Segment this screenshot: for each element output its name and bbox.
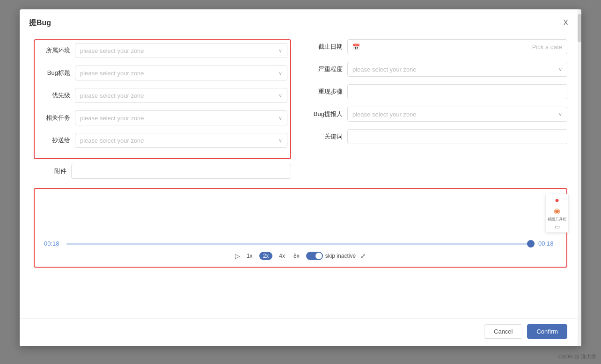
timeline-thumb[interactable]	[527, 240, 535, 248]
play-button[interactable]: ▷	[235, 252, 240, 260]
video-content: ● ◉ 截图工具栏 ▭ 00:18 00:18	[39, 194, 562, 262]
chevron-down-icon: ∨	[279, 93, 282, 99]
cancel-button[interactable]: Cancel	[484, 324, 522, 339]
confirm-button[interactable]: Confirm	[527, 324, 567, 339]
placeholder-env: please select your zone	[80, 47, 144, 54]
toggle-button[interactable]	[306, 252, 323, 260]
chevron-down-icon: ∨	[279, 138, 282, 144]
select-task[interactable]: please select your zone ∨	[75, 110, 287, 125]
placeholder-title: please select your zone	[80, 70, 144, 77]
right-column: 截止日期 📅 Pick a date 严重程度 please select yo…	[310, 39, 567, 183]
placeholder-reporter: please select your zone	[352, 111, 417, 118]
input-deadline[interactable]: 📅 Pick a date	[347, 39, 567, 54]
select-reporter[interactable]: please select your zone ∨	[347, 107, 567, 122]
placeholder-cc: please select your zone	[80, 137, 144, 144]
placeholder-priority: please select your zone	[80, 92, 144, 99]
placeholder-severity: please select your zone	[352, 66, 417, 73]
label-keyword: 关键词	[310, 132, 347, 141]
select-cc[interactable]: please select your zone ∨	[75, 133, 287, 148]
form-section: 所属环境 please select your zone ∨ Bug标题 ple…	[34, 39, 567, 183]
modal-title: 提Bug	[29, 18, 51, 28]
expand-button[interactable]: ⤢	[360, 252, 366, 260]
select-env[interactable]: please select your zone ∨	[75, 43, 287, 58]
skip-inactive-toggle[interactable]: skip inactive	[306, 252, 356, 260]
modal-footer: Cancel Confirm	[20, 318, 581, 346]
skip-label: skip inactive	[325, 253, 356, 259]
label-env: 所属环境	[37, 46, 75, 55]
placeholder-deadline: Pick a date	[532, 44, 562, 51]
widget-text: 截图工具栏	[548, 217, 566, 222]
scrollbar-thumb[interactable]	[578, 14, 581, 42]
input-reproduce[interactable]	[347, 84, 567, 99]
form-row-priority: 优先级 please select your zone ∨	[37, 88, 287, 103]
label-priority: 优先级	[37, 91, 75, 100]
toggle-knob	[315, 253, 322, 259]
stop-icon: ◉	[554, 206, 560, 215]
speed-2x-button[interactable]: 2x	[259, 252, 273, 260]
time-end: 00:18	[538, 240, 557, 247]
attachment-input[interactable]	[71, 164, 291, 179]
chevron-down-icon: ∨	[558, 111, 562, 117]
label-title: Bug标题	[37, 69, 75, 77]
form-row-reproduce: 重现步骤	[310, 84, 567, 99]
select-severity[interactable]: please select your zone ∨	[347, 62, 567, 77]
chevron-down-icon: ∨	[279, 115, 282, 121]
image-icon: ▭	[555, 224, 560, 230]
form-row-task: 相关任务 please select your zone ∨	[37, 110, 287, 125]
label-cc: 抄送给	[37, 136, 75, 145]
speed-1x-button[interactable]: 1x	[245, 252, 255, 260]
modal-overlay: 提Bug X 所属环境 please select your zone ∨	[0, 0, 601, 364]
form-row-severity: 严重程度 please select your zone ∨	[310, 62, 567, 77]
form-row-reporter: Bug提报人 please select your zone ∨	[310, 107, 567, 122]
label-deadline: 截止日期	[310, 43, 347, 51]
label-reporter: Bug提报人	[310, 110, 347, 118]
form-row-keyword: 关键词	[310, 129, 567, 144]
left-column: 所属环境 please select your zone ∨ Bug标题 ple…	[34, 39, 291, 183]
keyword-input[interactable]	[352, 133, 562, 140]
calendar-icon: 📅	[352, 44, 360, 51]
select-title[interactable]: please select your zone ∨	[75, 66, 287, 80]
video-section: ● ◉ 截图工具栏 ▭ 00:18 00:18	[34, 188, 567, 268]
modal-dialog: 提Bug X 所属环境 please select your zone ∨	[20, 9, 581, 346]
form-row-cc: 抄送给 please select your zone ∨	[37, 133, 287, 148]
form-row-title: Bug标题 please select your zone ∨	[37, 66, 287, 80]
timeline-progress	[66, 243, 535, 245]
video-placeholder	[39, 194, 562, 240]
label-severity: 严重程度	[310, 65, 347, 73]
speed-8x-button[interactable]: 8x	[292, 252, 301, 260]
watermark: CSDN @ 淮大学	[558, 353, 596, 360]
modal-header: 提Bug X	[20, 9, 581, 35]
chevron-down-icon: ∨	[279, 48, 282, 54]
modal-body: 所属环境 please select your zone ∨ Bug标题 ple…	[20, 35, 581, 318]
timeline-track[interactable]	[66, 243, 535, 245]
highlighted-left-section: 所属环境 please select your zone ∨ Bug标题 ple…	[34, 39, 291, 159]
modal-scrollbar[interactable]	[578, 9, 581, 346]
label-reproduce: 重现步骤	[310, 87, 347, 96]
chevron-down-icon: ∨	[279, 70, 282, 76]
chevron-down-icon: ∨	[558, 66, 562, 73]
label-task: 相关任务	[37, 114, 75, 122]
record-icon: ●	[555, 196, 559, 204]
form-row-deadline: 截止日期 📅 Pick a date	[310, 39, 567, 54]
close-button[interactable]: X	[559, 17, 572, 29]
reproduce-input[interactable]	[352, 88, 562, 95]
playback-controls: ▷ 1x 2x 4x 8x skip inactive ⤢	[39, 250, 562, 262]
label-attachment: 附件	[34, 167, 71, 175]
speed-4x-button[interactable]: 4x	[277, 252, 287, 260]
form-row-attachment: 附件	[34, 164, 291, 179]
select-priority[interactable]: please select your zone ∨	[75, 88, 287, 103]
video-widget: ● ◉ 截图工具栏 ▭	[545, 194, 569, 233]
time-start: 00:18	[44, 240, 63, 247]
form-row-env: 所属环境 please select your zone ∨	[37, 43, 287, 58]
placeholder-task: please select your zone	[80, 115, 144, 122]
timeline-bar: 00:18 00:18	[39, 240, 562, 247]
input-keyword[interactable]	[347, 129, 567, 144]
